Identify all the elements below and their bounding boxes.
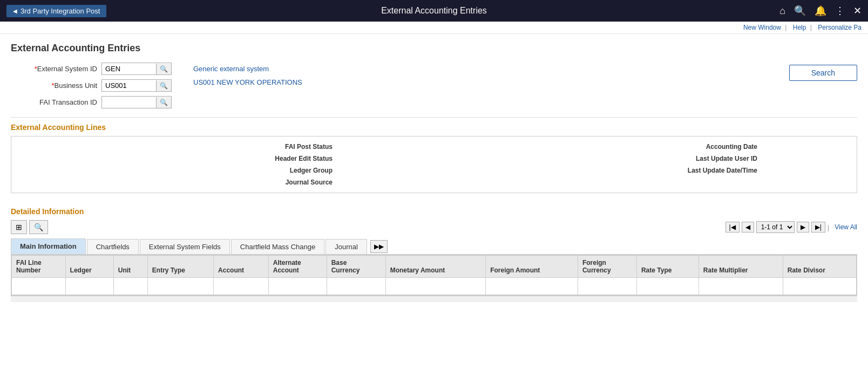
cell-unit (113, 278, 147, 295)
next-page-button[interactable]: ▶ (797, 222, 809, 233)
fai-post-status-label: FAI Post Status (285, 143, 333, 151)
last-update-user-row: Last Update User ID (445, 155, 848, 162)
page-content: External Accounting Entries *External Sy… (0, 34, 868, 311)
cell-base-currency (327, 278, 385, 295)
business-unit-lookup[interactable]: 🔍 (156, 80, 171, 91)
header-edit-status-row: Header Edit Status (20, 155, 423, 162)
toolbar-left: ⊞ 🔍 (11, 220, 48, 234)
nav-icons: ⌂ 🔍 🔔 ⋮ ✕ (779, 5, 862, 17)
col-rate-divisor: Rate Divisor (783, 256, 856, 278)
external-system-id-input-wrap: 🔍 (101, 63, 172, 75)
col-alternate-account: AlternateAccount (268, 256, 327, 278)
cell-fai-line-number (12, 278, 66, 295)
accounting-date-row: Accounting Date (445, 143, 848, 151)
business-unit-input-wrap: 🔍 (101, 79, 172, 92)
close-icon[interactable]: ✕ (853, 5, 862, 17)
detailed-section: Detailed Information ⊞ 🔍 |◀ ◀ 1-1 of 1 ▶… (11, 202, 857, 302)
col-account: Account (214, 256, 269, 278)
col-rate-multiplier: Rate Multiplier (699, 256, 783, 278)
last-update-user-label: Last Update User ID (696, 155, 757, 162)
external-system-description: Generic external system (193, 65, 302, 73)
detailed-information-header: Detailed Information (11, 202, 857, 216)
help-link[interactable]: Help (793, 24, 806, 31)
bell-icon[interactable]: 🔔 (815, 5, 826, 17)
first-page-button[interactable]: |◀ (725, 222, 740, 233)
fai-transaction-id-lookup[interactable]: 🔍 (156, 97, 171, 108)
tab-chartfields[interactable]: Chartfields (87, 239, 139, 254)
tab-chartfield-mass-change[interactable]: Chartfield Mass Change (231, 239, 324, 254)
data-table-wrap: FAI LineNumber Ledger Unit Entry Type Ac… (11, 255, 857, 296)
cell-monetary-amount (385, 278, 485, 295)
accounting-date-label: Accounting Date (706, 143, 757, 151)
tabs-expand-button[interactable]: ▶▶ (370, 240, 388, 253)
new-window-link[interactable]: New Window (743, 24, 781, 31)
pager-separator: | (828, 223, 829, 231)
col-rate-type: Rate Type (636, 256, 699, 278)
personalize-link[interactable]: Personalize Pa (818, 24, 862, 31)
journal-source-label: Journal Source (286, 179, 333, 186)
col-foreign-currency: ForeignCurrency (578, 256, 636, 278)
search-icon[interactable]: 🔍 (794, 5, 806, 17)
last-page-button[interactable]: ▶| (811, 222, 825, 233)
cell-rate-type (636, 278, 699, 295)
view-all-link[interactable]: View All (835, 223, 857, 231)
external-system-id-row: *External System ID 🔍 (11, 63, 172, 75)
last-update-datetime-label: Last Update Date/Time (688, 167, 757, 174)
toolbar-right: |◀ ◀ 1-1 of 1 ▶ ▶| | View All (725, 221, 857, 233)
table-header-row: FAI LineNumber Ledger Unit Entry Type Ac… (12, 256, 857, 278)
page-select[interactable]: 1-1 of 1 (756, 221, 795, 233)
data-table: FAI LineNumber Ledger Unit Entry Type Ac… (11, 255, 857, 295)
lines-left-col: FAI Post Status Header Edit Status Ledge… (20, 143, 423, 186)
external-system-id-input[interactable] (102, 63, 156, 74)
last-update-datetime-row: Last Update Date/Time (445, 167, 848, 174)
external-accounting-lines-section: FAI Post Status Header Edit Status Ledge… (11, 136, 857, 193)
col-unit: Unit (113, 256, 147, 278)
search-btn-wrap: Search (789, 63, 857, 108)
tab-external-system-fields[interactable]: External System Fields (140, 239, 230, 254)
business-unit-label: *Business Unit (11, 81, 97, 90)
business-unit-input[interactable] (102, 80, 156, 91)
tab-main-information[interactable]: Main Information (11, 238, 86, 254)
fai-transaction-id-label: FAI Transaction ID (11, 98, 97, 106)
ledger-group-row: Ledger Group (20, 167, 423, 174)
journal-source-row: Journal Source (20, 179, 423, 186)
horizontal-scrollbar[interactable] (11, 296, 857, 302)
business-unit-row: *Business Unit 🔍 (11, 79, 172, 92)
header-edit-status-label: Header Edit Status (275, 155, 333, 162)
col-entry-type: Entry Type (147, 256, 213, 278)
col-monetary-amount: Monetary Amount (385, 256, 485, 278)
fai-transaction-id-row: FAI Transaction ID 🔍 (11, 96, 172, 108)
fai-post-status-row: FAI Post Status (20, 143, 423, 151)
cell-alternate-account (268, 278, 327, 295)
form-section: *External System ID 🔍 *Business Unit 🔍 (11, 63, 857, 108)
search-button[interactable]: Search (789, 65, 857, 81)
external-accounting-lines-header: External Accounting Lines (11, 117, 857, 132)
form-fields: *External System ID 🔍 *Business Unit 🔍 (11, 63, 172, 108)
nav-title: External Accounting Entries (381, 6, 487, 16)
cell-foreign-currency (578, 278, 636, 295)
fai-transaction-id-input[interactable] (102, 97, 156, 108)
top-links-bar: New Window | Help | Personalize Pa (0, 22, 868, 34)
back-button[interactable]: 3rd Party Integration Post (6, 5, 106, 17)
ellipsis-icon[interactable]: ⋮ (835, 5, 845, 17)
cell-foreign-amount (486, 278, 578, 295)
top-navigation: 3rd Party Integration Post External Acco… (0, 0, 868, 22)
tab-journal[interactable]: Journal (326, 239, 367, 254)
find-icon-button[interactable]: 🔍 (29, 220, 48, 234)
prev-page-button[interactable]: ◀ (742, 222, 754, 233)
cell-rate-multiplier (699, 278, 783, 295)
cell-entry-type (147, 278, 213, 295)
col-base-currency: BaseCurrency (327, 256, 385, 278)
ledger-group-label: Ledger Group (290, 167, 333, 174)
fai-transaction-id-input-wrap: 🔍 (101, 96, 172, 108)
external-system-id-lookup[interactable]: 🔍 (156, 64, 171, 74)
col-fai-line-number: FAI LineNumber (12, 256, 66, 278)
external-system-id-label: *External System ID (11, 65, 97, 73)
lines-inner: FAI Post Status Header Edit Status Ledge… (11, 136, 857, 193)
home-icon[interactable]: ⌂ (779, 5, 785, 17)
lines-grid: FAI Post Status Header Edit Status Ledge… (20, 143, 848, 186)
page-title: External Accounting Entries (11, 43, 857, 54)
form-description: Generic external system US001 NEW YORK O… (193, 63, 302, 108)
grid-icon-button[interactable]: ⊞ (11, 220, 27, 234)
cell-account (214, 278, 269, 295)
